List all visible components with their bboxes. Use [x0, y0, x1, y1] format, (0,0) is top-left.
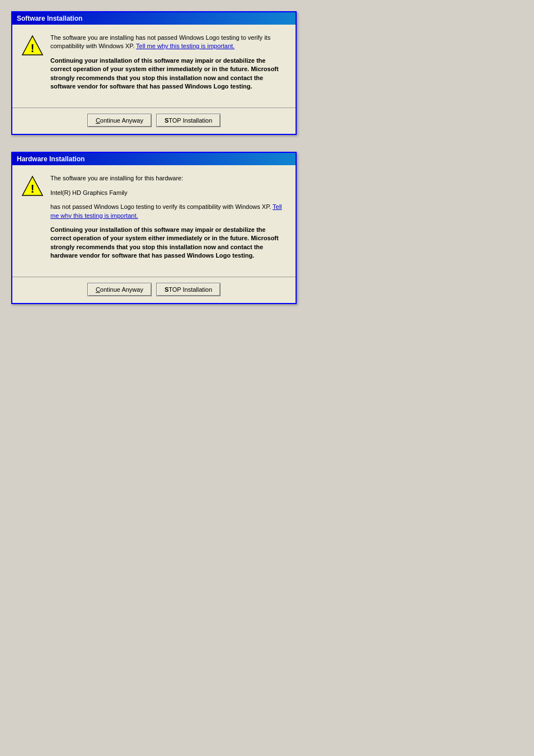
tell-me-why-link-2[interactable]: Tell me why this testing is important.	[50, 203, 282, 218]
hardware-button-area: Continue Anyway STOP Installation	[12, 277, 296, 303]
software-installation-body: ! The software you are installing has no…	[12, 25, 296, 103]
hardware-continue-label: Continue Anyway	[96, 286, 143, 293]
software-para-2: Continuing your installation of this sof…	[50, 57, 287, 91]
software-continue-button[interactable]: Continue Anyway	[87, 114, 152, 127]
svg-text:!: !	[31, 42, 35, 54]
svg-text:!: !	[31, 183, 35, 195]
software-installation-text: The software you are installing has not …	[50, 34, 287, 96]
hardware-installation-dialog: Hardware Installation ! The software you…	[11, 152, 297, 304]
hardware-stop-button[interactable]: STOP Installation	[156, 283, 221, 296]
software-button-area: Continue Anyway STOP Installation	[12, 108, 296, 134]
hardware-warning-icon: !	[21, 175, 44, 198]
hardware-installation-title-bar: Hardware Installation	[12, 153, 296, 165]
hardware-installation-title: Hardware Installation	[17, 155, 85, 163]
continue-label: Continue Anyway	[96, 117, 143, 124]
stop-label: STOP Installation	[165, 117, 212, 124]
hardware-installation-text: The software you are installing for this…	[50, 174, 287, 265]
hardware-installation-content: ! The software you are installing for th…	[21, 174, 287, 272]
hardware-device-name: Intel(R) HD Graphics Family	[50, 189, 287, 197]
warning-icon: !	[21, 35, 44, 57]
hardware-stop-label: STOP Installation	[165, 286, 212, 293]
software-installation-dialog: Software Installation ! The software you…	[11, 11, 297, 135]
software-installation-title-bar: Software Installation	[12, 12, 296, 25]
tell-me-why-link-1[interactable]: Tell me why this testing is important.	[136, 43, 235, 49]
software-para-1: The software you are installing has not …	[50, 34, 287, 51]
software-installation-content: ! The software you are installing has no…	[21, 34, 287, 103]
hardware-continue-button[interactable]: Continue Anyway	[87, 283, 152, 296]
hardware-para-2: has not passed Windows Logo testing to v…	[50, 203, 287, 220]
hardware-installation-body: ! The software you are installing for th…	[12, 165, 296, 272]
software-installation-title: Software Installation	[17, 15, 82, 22]
hardware-para-3: Continuing your installation of this sof…	[50, 226, 287, 260]
software-stop-button[interactable]: STOP Installation	[156, 114, 221, 127]
hardware-para-1: The software you are installing for this…	[50, 174, 287, 183]
